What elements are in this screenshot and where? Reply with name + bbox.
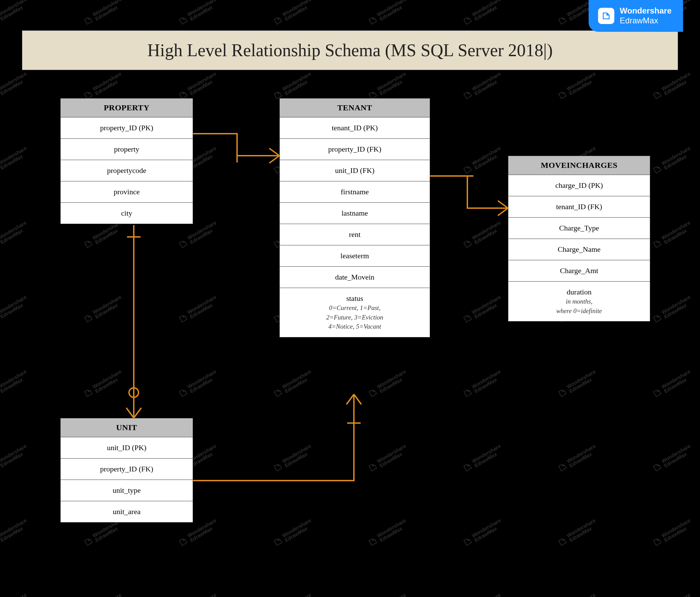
watermark-icon: WondershareEdrawMax: [176, 592, 219, 597]
watermark-icon: WondershareEdrawMax: [366, 0, 409, 27]
wondershare-badge: Wondershare EdrawMax: [589, 0, 683, 32]
watermark-icon: WondershareEdrawMax: [651, 71, 694, 102]
watermark-icon: WondershareEdrawMax: [461, 518, 504, 549]
rel-property-tenant: [193, 134, 279, 156]
tenant-status-note1: 0=Current, 1=Past,: [284, 304, 426, 312]
tenant-attr-3: firstname: [280, 181, 430, 203]
badge-text: Wondershare EdrawMax: [620, 6, 672, 26]
tenant-status-label: status: [346, 294, 363, 303]
property-attr-1: property: [61, 139, 193, 160]
entity-tenant: TENANT tenant_ID (PK) property_ID (FK) u…: [279, 98, 430, 337]
watermark-icon: WondershareEdrawMax: [176, 0, 219, 27]
property-attr-4: city: [61, 203, 193, 224]
tenant-status-note2: 2=Future, 3=Eviction: [284, 313, 426, 322]
entity-moveincharges: MOVEINCHARGES charge_ID (PK) tenant_ID (…: [508, 156, 650, 322]
tenant-attr-2: unit_ID (FK): [280, 160, 430, 181]
watermark-icon: WondershareEdrawMax: [556, 369, 599, 400]
title-bar: High Level Relationship Schema (MS SQL S…: [22, 30, 678, 70]
watermark-icon: WondershareEdrawMax: [82, 294, 125, 325]
watermark-icon: WondershareEdrawMax: [271, 518, 314, 549]
entity-tenant-header: TENANT: [280, 98, 430, 117]
watermark-icon: WondershareEdrawMax: [82, 592, 125, 597]
moveincharges-attr-4: Charge_Amt: [508, 260, 650, 282]
moveincharges-duration-label: duration: [567, 288, 591, 296]
watermark-icon: WondershareEdrawMax: [461, 592, 504, 597]
property-attr-3: province: [61, 181, 193, 203]
watermark-icon: WondershareEdrawMax: [556, 443, 599, 474]
entity-unit-header: UNIT: [61, 418, 193, 437]
watermark-icon: WondershareEdrawMax: [461, 146, 504, 176]
unit-attr-3: unit_area: [61, 501, 193, 522]
watermark-icon: WondershareEdrawMax: [0, 0, 30, 27]
badge-line2: EdrawMax: [620, 16, 672, 26]
watermark-icon: WondershareEdrawMax: [366, 71, 409, 102]
badge-line1: Wondershare: [620, 6, 672, 16]
moveincharges-duration-note2: where 0=idefinite: [512, 307, 646, 315]
watermark-icon: WondershareEdrawMax: [366, 443, 409, 474]
entity-unit: UNIT unit_ID (PK) property_ID (FK) unit_…: [60, 418, 193, 523]
watermark-icon: WondershareEdrawMax: [461, 0, 504, 27]
watermark-icon: WondershareEdrawMax: [271, 0, 314, 27]
watermark-icon: WondershareEdrawMax: [0, 146, 30, 176]
svg-point-0: [129, 388, 139, 397]
watermark-icon: WondershareEdrawMax: [651, 369, 694, 400]
watermark-icon: WondershareEdrawMax: [0, 443, 30, 474]
property-attr-2: propertycode: [61, 160, 193, 181]
tenant-attr-4: lastname: [280, 203, 430, 224]
tenant-attr-1: property_ID (FK): [280, 139, 430, 160]
moveincharges-attr-1: tenant_ID (FK): [508, 196, 650, 218]
moveincharges-attr-duration: duration in months, where 0=idefinite: [508, 282, 650, 321]
watermark-icon: WondershareEdrawMax: [651, 220, 694, 251]
watermark-icon: WondershareEdrawMax: [176, 294, 219, 325]
watermark-icon: WondershareEdrawMax: [366, 518, 409, 549]
watermark-icon: WondershareEdrawMax: [82, 220, 125, 251]
watermark-icon: WondershareEdrawMax: [556, 592, 599, 597]
watermark-icon: WondershareEdrawMax: [461, 443, 504, 474]
watermark-icon: WondershareEdrawMax: [271, 443, 314, 474]
moveincharges-attr-3: Charge_Name: [508, 239, 650, 260]
edrawmax-logo-icon: [598, 8, 614, 24]
watermark-icon: WondershareEdrawMax: [0, 220, 30, 251]
diagram-title: High Level Relationship Schema (MS SQL S…: [29, 40, 671, 60]
watermark-icon: WondershareEdrawMax: [366, 592, 409, 597]
watermark-icon: WondershareEdrawMax: [366, 369, 409, 400]
watermark-icon: WondershareEdrawMax: [0, 294, 30, 325]
moveincharges-attr-0: charge_ID (PK): [508, 175, 650, 196]
tenant-attr-status: status 0=Current, 1=Past, 2=Future, 3=Ev…: [280, 288, 430, 337]
moveincharges-attr-2: Charge_Type: [508, 218, 650, 239]
watermark-icon: WondershareEdrawMax: [651, 294, 694, 325]
unit-attr-1: property_ID (FK): [61, 459, 193, 480]
tenant-attr-7: date_Movein: [280, 267, 430, 288]
watermark-icon: WondershareEdrawMax: [556, 518, 599, 549]
watermark-icon: WondershareEdrawMax: [0, 71, 30, 102]
watermark-icon: WondershareEdrawMax: [461, 71, 504, 102]
entity-property: PROPERTY property_ID (PK) property prope…: [60, 98, 193, 224]
property-attr-0: property_ID (PK): [61, 117, 193, 139]
rel-tenant-moveincharges: [430, 176, 508, 208]
watermark-icon: WondershareEdrawMax: [82, 369, 125, 400]
watermark-icon: WondershareEdrawMax: [176, 220, 219, 251]
watermark-icon: WondershareEdrawMax: [651, 146, 694, 176]
unit-attr-0: unit_ID (PK): [61, 437, 193, 459]
watermark-icon: WondershareEdrawMax: [0, 369, 30, 400]
tenant-attr-5: rent: [280, 224, 430, 245]
rel-unit-tenant: [193, 394, 354, 481]
watermark-icon: WondershareEdrawMax: [82, 0, 125, 27]
watermark-icon: WondershareEdrawMax: [461, 294, 504, 325]
moveincharges-duration-note1: in months,: [512, 297, 646, 306]
watermark-icon: WondershareEdrawMax: [0, 592, 30, 597]
entity-moveincharges-header: MOVEINCHARGES: [508, 156, 650, 175]
watermark-icon: WondershareEdrawMax: [271, 369, 314, 400]
tenant-status-note3: 4=Notice, 5=Vacant: [284, 322, 426, 331]
watermark-icon: WondershareEdrawMax: [461, 369, 504, 400]
tenant-attr-6: leaseterm: [280, 245, 430, 267]
watermark-icon: WondershareEdrawMax: [82, 71, 125, 102]
watermark-icon: WondershareEdrawMax: [651, 443, 694, 474]
watermark-icon: WondershareEdrawMax: [271, 71, 314, 102]
tenant-attr-0: tenant_ID (PK): [280, 117, 430, 139]
watermark-icon: WondershareEdrawMax: [176, 369, 219, 400]
watermark-icon: WondershareEdrawMax: [651, 592, 694, 597]
watermark-icon: WondershareEdrawMax: [556, 71, 599, 102]
watermark-icon: WondershareEdrawMax: [461, 220, 504, 251]
entity-property-header: PROPERTY: [61, 98, 193, 117]
